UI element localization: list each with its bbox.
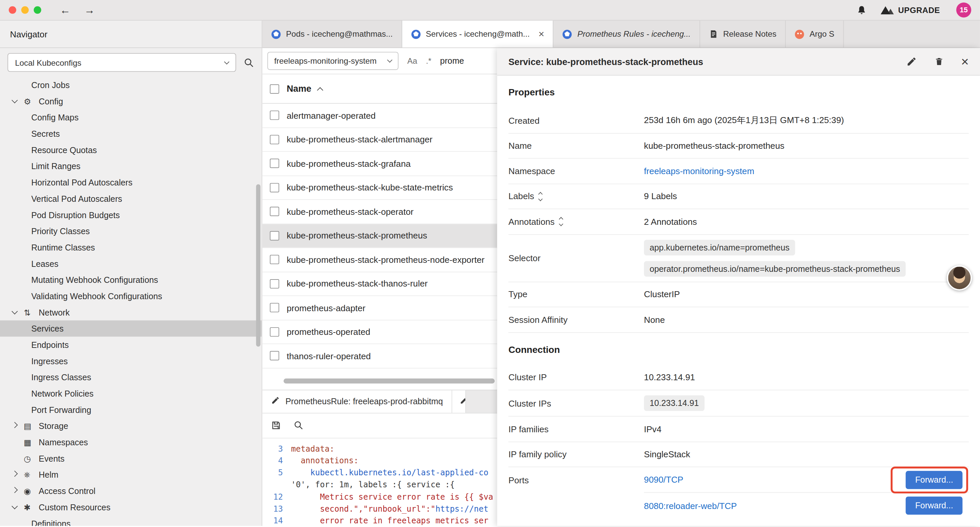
horizontal-scrollbar[interactable]	[283, 378, 495, 383]
sidebar-item-ingresses[interactable]: Ingresses	[0, 353, 262, 369]
forward-button[interactable]: Forward...	[906, 471, 963, 489]
back-button[interactable]: ←	[60, 5, 71, 15]
search-input[interactable]: prome	[440, 56, 464, 66]
yaml-editor[interactable]: 345121314 metadata: annotations: kubectl…	[262, 438, 497, 526]
table-row-kube-prometheus-stack-prometheus[interactable]: kube-prometheus-stack-prometheus	[262, 224, 497, 248]
sidebar-item-ingress-classes[interactable]: Ingress Classes	[0, 369, 262, 385]
sidebar-item-resource-quotas[interactable]: Resource Quotas	[0, 142, 262, 158]
regex-toggle[interactable]: .*	[426, 56, 431, 66]
delete-resource-icon[interactable]	[934, 56, 943, 67]
tab-prometheus-rules-icecheng[interactable]: Prometheus Rules - icecheng...	[554, 21, 700, 48]
close-drawer-icon[interactable]: ×	[961, 55, 969, 68]
expand-toggle-icon[interactable]	[560, 218, 562, 226]
row-checkbox[interactable]	[270, 279, 279, 288]
navigator-panel-title: Navigator	[0, 21, 262, 48]
tab-services-icecheng-math[interactable]: Services - icecheng@math...×	[402, 21, 554, 48]
presenter-avatar[interactable]	[947, 266, 972, 291]
expand-toggle-icon[interactable]	[539, 193, 542, 200]
close-window-button[interactable]	[9, 6, 16, 14]
sidebar-item-horizontal-pod-autoscalers[interactable]: Horizontal Pod Autoscalers	[0, 174, 262, 191]
sidebar-item-helm[interactable]: ⎈Helm	[0, 466, 262, 483]
sidebar-item-label: Definitions	[31, 519, 71, 526]
table-row-prometheus-operated[interactable]: prometheus-operated	[262, 320, 497, 344]
row-checkbox[interactable]	[270, 183, 279, 192]
forward-button[interactable]: Forward...	[906, 497, 963, 515]
sidebar-item-pod-disruption-budgets[interactable]: Pod Disruption Budgets	[0, 207, 262, 223]
sidebar-item-custom-resources[interactable]: ✱Custom Resources	[0, 499, 262, 515]
row-checkbox[interactable]	[270, 327, 279, 336]
sidebar-item-namespaces[interactable]: ▦Namespaces	[0, 434, 262, 450]
table-row-kube-prometheus-stack-kube-state-metrics[interactable]: kube-prometheus-stack-kube-state-metrics	[262, 176, 497, 200]
dock-tab-prometheusrule[interactable]: PrometheusRule: freeleaps-prod-rabbitmq	[262, 390, 452, 412]
sidebar-item-network-policies[interactable]: Network Policies	[0, 385, 262, 401]
upgrade-button[interactable]: UPGRADE	[881, 5, 940, 15]
sidebar-item-access-control[interactable]: ◉Access Control	[0, 482, 262, 499]
zoom-window-button[interactable]	[34, 6, 41, 14]
table-row-prometheus-adapter[interactable]: prometheus-adapter	[262, 296, 497, 320]
notifications-bell-icon[interactable]	[856, 5, 867, 15]
name-column-header[interactable]: Name	[286, 84, 311, 94]
sidebar-item-services[interactable]: Services	[0, 320, 262, 337]
sidebar-item-leases[interactable]: Leases	[0, 255, 262, 272]
sidebar-item-config-maps[interactable]: Config Maps	[0, 110, 262, 126]
save-icon[interactable]	[271, 420, 281, 430]
table-row-kube-prometheus-stack-operator[interactable]: kube-prometheus-stack-operator	[262, 200, 497, 224]
sidebar-item-port-forwarding[interactable]: Port Forwarding	[0, 401, 262, 418]
table-row-kube-prometheus-stack-alertmanager[interactable]: kube-prometheus-stack-alertmanager	[262, 128, 497, 152]
sidebar-search-icon[interactable]	[243, 57, 254, 68]
row-checkbox[interactable]	[270, 159, 279, 168]
detail-label: Name	[508, 141, 644, 151]
row-checkbox[interactable]	[270, 111, 279, 120]
sidebar-item-storage[interactable]: ▤Storage	[0, 418, 262, 434]
value-badge: app.kubernetes.io/name=prometheus	[644, 239, 795, 255]
namespace-filter[interactable]: freeleaps-monitoring-system	[267, 52, 398, 70]
scrollbar-thumb[interactable]	[283, 378, 495, 383]
table-row-kube-prometheus-stack-thanos-ruler[interactable]: kube-prometheus-stack-thanos-ruler	[262, 272, 497, 296]
editor-gutter: 345121314	[262, 443, 291, 526]
line-number: 5	[262, 466, 283, 479]
row-checkbox[interactable]	[270, 351, 279, 361]
namespace-link[interactable]: freeleaps-monitoring-system	[644, 166, 969, 176]
tab-close-icon[interactable]: ×	[538, 29, 544, 40]
access-control-icon: ◉	[24, 486, 39, 496]
row-checkbox[interactable]	[270, 135, 279, 144]
port-link[interactable]: 8080:reloader-web/TCP	[644, 501, 737, 511]
row-checkbox[interactable]	[270, 303, 279, 312]
row-checkbox[interactable]	[270, 255, 279, 264]
table-row-kube-prometheus-stack-prometheus-node-exporter[interactable]: kube-prometheus-stack-prometheus-node-ex…	[262, 248, 497, 272]
port-link[interactable]: 9090/TCP	[644, 474, 684, 485]
sidebar-scrollbar[interactable]	[256, 184, 261, 347]
sidebar-item-limit-ranges[interactable]: Limit Ranges	[0, 158, 262, 174]
dock-tab-next[interactable]	[452, 390, 466, 412]
select-all-checkbox[interactable]	[270, 84, 279, 93]
sidebar-item-runtime-classes[interactable]: Runtime Classes	[0, 239, 262, 255]
match-case-toggle[interactable]: Aa	[407, 56, 417, 66]
sidebar-item-network[interactable]: ⇅Network	[0, 304, 262, 320]
sidebar-item-mutating-webhook-configurations[interactable]: Mutating Webhook Configurations	[0, 272, 262, 288]
tab-release-notes[interactable]: Release Notes	[700, 21, 786, 48]
forward-button[interactable]: →	[84, 5, 95, 15]
table-row-thanos-ruler-operated[interactable]: thanos-ruler-operated	[262, 344, 497, 368]
kubeconfig-selector[interactable]: Local Kubeconfigs	[7, 53, 236, 72]
detail-value-text: 2 Annotations	[644, 217, 969, 226]
table-row-alertmanager-operated[interactable]: alertmanager-operated	[262, 104, 497, 128]
notification-count-badge[interactable]: 15	[956, 2, 971, 18]
sidebar-item-events[interactable]: ◷Events	[0, 450, 262, 466]
edit-resource-icon[interactable]	[906, 56, 917, 67]
sidebar-item-secrets[interactable]: Secrets	[0, 126, 262, 142]
sidebar-item-validating-webhook-configurations[interactable]: Validating Webhook Configurations	[0, 288, 262, 304]
table-row-kube-prometheus-stack-grafana[interactable]: kube-prometheus-stack-grafana	[262, 152, 497, 176]
editor-search-icon[interactable]	[294, 420, 304, 430]
sidebar-item-priority-classes[interactable]: Priority Classes	[0, 223, 262, 239]
sidebar-item-definitions[interactable]: Definitions	[0, 515, 262, 526]
sidebar-item-vertical-pod-autoscalers[interactable]: Vertical Pod Autoscalers	[0, 191, 262, 207]
sidebar-item-cron-jobs[interactable]: Cron Jobs	[0, 77, 262, 93]
sidebar-item-endpoints[interactable]: Endpoints	[0, 336, 262, 353]
tab-pods-icecheng-mathmas[interactable]: Pods - icecheng@mathmas...	[262, 21, 402, 48]
detail-label: Selector	[508, 253, 644, 263]
row-checkbox[interactable]	[270, 231, 279, 240]
tab-argo-s[interactable]: Argo S	[786, 21, 844, 48]
row-checkbox[interactable]	[270, 207, 279, 216]
minimize-window-button[interactable]	[21, 6, 29, 14]
sidebar-item-config[interactable]: ⚙Config	[0, 93, 262, 110]
